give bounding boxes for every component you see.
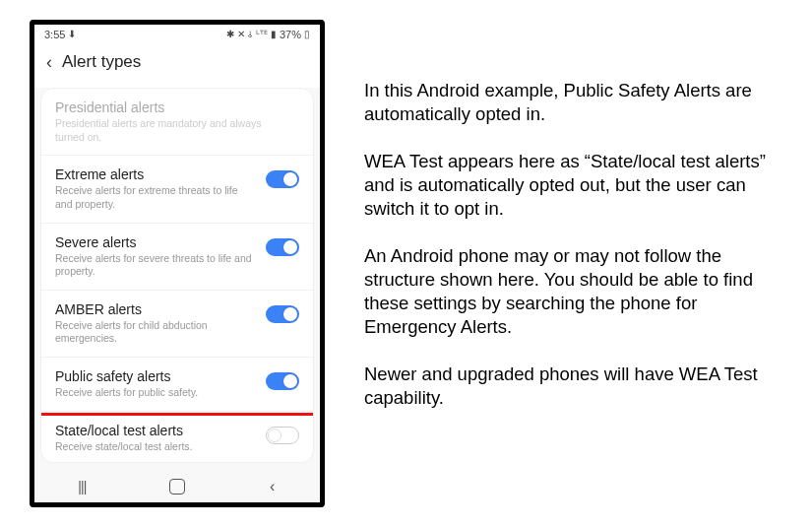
row-desc: Receive alerts for child abduction emerg… xyxy=(55,319,256,346)
toggle-public-safety[interactable] xyxy=(266,372,299,390)
row-text: Presidential alerts Presidential alerts … xyxy=(55,99,299,144)
back-icon[interactable]: ‹ xyxy=(46,53,52,71)
toggle-knob-icon xyxy=(283,172,297,186)
row-text: Extreme alerts Receive alerts for extrem… xyxy=(55,166,266,211)
status-right: ✱ ✕ ⫰ ᴸᵀᴱ ▮ 37% ▯ xyxy=(226,29,310,40)
page-layout: 3:55 ⬇ ✱ ✕ ⫰ ᴸᵀᴱ ▮ 37% ▯ ‹ Alert types P… xyxy=(0,0,812,527)
row-title: Presidential alerts xyxy=(55,99,289,115)
wifi-off-icon: ✕ xyxy=(237,30,245,39)
nav-recents-button[interactable]: ||| xyxy=(62,477,101,496)
explain-paragraph-4: Newer and upgraded phones will have WEA … xyxy=(364,363,782,410)
row-text: State/local test alerts Receive state/lo… xyxy=(55,423,266,454)
row-presidential-alerts: Presidential alerts Presidential alerts … xyxy=(41,89,313,156)
row-desc: Receive alerts for extreme threats to li… xyxy=(55,184,256,211)
nav-recents-icon: ||| xyxy=(78,479,86,495)
bluetooth-icon: ✱ xyxy=(226,30,234,39)
row-extreme-alerts[interactable]: Extreme alerts Receive alerts for extrem… xyxy=(41,156,313,223)
explain-paragraph-3: An Android phone may or may not follow t… xyxy=(364,244,782,339)
explanation-text: In this Android example, Public Safety A… xyxy=(364,20,782,507)
nav-back-button[interactable]: ‹ xyxy=(253,477,292,496)
battery-icon: ▯ xyxy=(304,30,310,39)
row-severe-alerts[interactable]: Severe alerts Receive alerts for severe … xyxy=(41,224,313,291)
nav-home-button[interactable] xyxy=(157,477,197,496)
row-desc: Receive state/local test alerts. xyxy=(55,440,256,454)
status-time: 3:55 xyxy=(44,29,65,40)
signal-icon: ▮ xyxy=(271,30,277,39)
alerts-list: Presidential alerts Presidential alerts … xyxy=(40,88,314,463)
toggle-extreme[interactable] xyxy=(266,170,299,188)
toggle-amber[interactable] xyxy=(266,305,299,323)
row-title: Extreme alerts xyxy=(55,166,256,182)
explain-paragraph-1: In this Android example, Public Safety A… xyxy=(364,79,782,126)
download-icon: ⬇ xyxy=(68,30,76,39)
nav-home-icon xyxy=(169,479,185,495)
network-icon: ⫰ xyxy=(248,30,253,39)
row-desc: Presidential alerts are mandatory and al… xyxy=(55,117,289,144)
row-state-local-test-alerts[interactable]: State/local test alerts Receive state/lo… xyxy=(41,412,313,463)
explain-paragraph-2: WEA Test appears here as “State/local te… xyxy=(364,150,782,221)
toggle-knob-icon xyxy=(283,374,297,388)
row-text: Public safety alerts Receive alerts for … xyxy=(55,368,266,400)
row-title: Public safety alerts xyxy=(55,368,256,384)
android-nav-bar: ||| ‹ xyxy=(34,469,320,502)
toggle-knob-icon xyxy=(283,240,297,254)
status-left: 3:55 ⬇ xyxy=(44,29,76,40)
row-text: AMBER alerts Receive alerts for child ab… xyxy=(55,301,266,346)
toggle-knob-icon xyxy=(283,307,297,321)
status-bar: 3:55 ⬇ ✱ ✕ ⫰ ᴸᵀᴱ ▮ 37% ▯ xyxy=(34,25,320,42)
toggle-state-local[interactable] xyxy=(266,427,299,444)
battery-percent: 37% xyxy=(280,29,301,40)
row-amber-alerts[interactable]: AMBER alerts Receive alerts for child ab… xyxy=(41,291,313,358)
row-title: State/local test alerts xyxy=(55,423,256,438)
toggle-severe[interactable] xyxy=(266,238,299,256)
row-title: Severe alerts xyxy=(55,234,256,250)
nav-back-icon: ‹ xyxy=(270,478,275,495)
page-title: Alert types xyxy=(62,52,141,72)
row-title: AMBER alerts xyxy=(55,301,256,317)
row-desc: Receive alerts for public safety. xyxy=(55,386,256,400)
row-public-safety-alerts[interactable]: Public safety alerts Receive alerts for … xyxy=(41,358,313,412)
toggle-knob-icon xyxy=(268,429,281,442)
phone-frame: 3:55 ⬇ ✱ ✕ ⫰ ᴸᵀᴱ ▮ 37% ▯ ‹ Alert types P… xyxy=(30,20,325,507)
lte-icon: ᴸᵀᴱ xyxy=(256,30,268,39)
screen-header: ‹ Alert types xyxy=(34,42,320,88)
row-desc: Receive alerts for severe threats to lif… xyxy=(55,252,256,279)
row-text: Severe alerts Receive alerts for severe … xyxy=(55,234,266,279)
